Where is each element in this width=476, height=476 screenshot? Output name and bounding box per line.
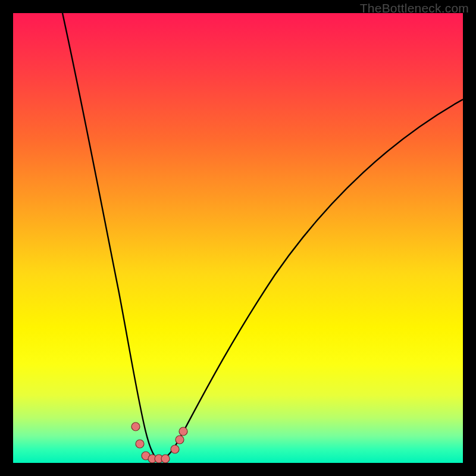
chart-plot-area bbox=[13, 13, 463, 463]
marker-dot bbox=[176, 436, 184, 444]
curve-right bbox=[164, 99, 463, 458]
marker-dot bbox=[136, 440, 144, 448]
curve-left bbox=[62, 13, 156, 458]
marker-group bbox=[131, 422, 187, 463]
watermark-text: TheBottleneck.com bbox=[360, 1, 469, 15]
marker-dot bbox=[161, 455, 170, 463]
bottleneck-curve bbox=[13, 13, 463, 463]
marker-dot bbox=[131, 422, 140, 431]
marker-dot bbox=[171, 445, 179, 453]
marker-dot bbox=[179, 427, 187, 436]
